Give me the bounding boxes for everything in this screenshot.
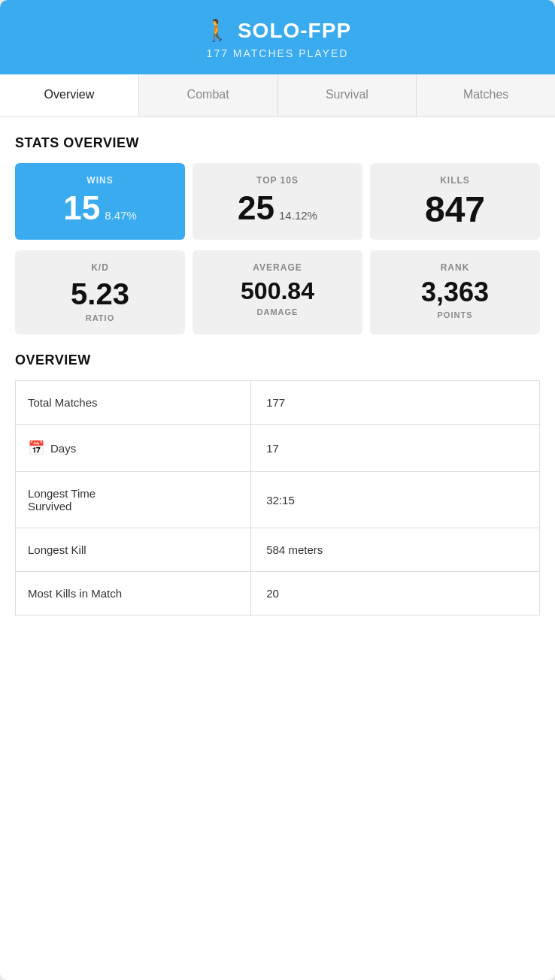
avg-damage-label: AVERAGE <box>203 262 352 273</box>
longest-time-label: Longest Time <box>28 487 96 500</box>
kd-value: 5.23 <box>71 279 129 309</box>
main-card: 🚶 SOLO-FPP 177 MATCHES PLAYED Overview C… <box>0 0 555 980</box>
table-row-days: 📅 Days 17 <box>16 425 539 472</box>
table-row-total-matches: Total Matches 177 <box>16 381 539 425</box>
rank-value: 3,363 <box>421 279 489 306</box>
wins-card: WINS 15 8.47% <box>15 163 185 240</box>
overview-section: OVERVIEW Total Matches 177 📅 Days 17 <box>15 352 540 616</box>
longest-time-value: 32:15 <box>251 472 539 528</box>
header: 🚶 SOLO-FPP 177 MATCHES PLAYED <box>0 0 555 74</box>
wins-pct: 8.47% <box>105 209 137 222</box>
calendar-icon: 📅 <box>28 440 44 456</box>
tab-survival[interactable]: Survival <box>278 74 417 116</box>
rank-card: RANK 3,363 POINTS <box>370 250 540 334</box>
kills-value: 847 <box>425 192 485 228</box>
game-mode-title: SOLO-FPP <box>238 19 351 43</box>
rank-value-row: 3,363 <box>381 279 529 306</box>
total-matches-value: 177 <box>251 381 539 424</box>
kd-value-row: 5.23 <box>26 279 174 309</box>
stats-grid-bottom: K/D 5.23 RATIO AVERAGE 500.84 DAMAGE RAN… <box>15 250 540 334</box>
tab-matches[interactable]: Matches <box>417 74 555 116</box>
kills-card: KILLS 847 <box>370 163 540 240</box>
kills-value-row: 847 <box>381 192 529 228</box>
top10s-card: TOP 10S 25 14.12% <box>193 163 362 240</box>
days-label: Days <box>50 442 76 455</box>
tab-combat[interactable]: Combat <box>139 74 278 116</box>
player-icon: 🚶 <box>204 18 230 43</box>
stats-overview-title: STATS OVERVIEW <box>15 135 540 151</box>
kills-label: KILLS <box>381 175 529 186</box>
longest-kill-key: Longest Kill <box>16 528 251 571</box>
tabs-container: Overview Combat Survival Matches <box>0 74 555 117</box>
rank-label: RANK <box>381 262 529 273</box>
avg-damage-value: 500.84 <box>241 279 314 303</box>
kd-sublabel: RATIO <box>26 313 174 322</box>
most-kills-key: Most Kills in Match <box>16 572 251 615</box>
wins-value-row: 15 8.47% <box>26 192 174 225</box>
top10s-pct: 14.12% <box>279 209 317 222</box>
longest-time-key: Longest Time Survived <box>16 472 251 528</box>
days-key: 📅 Days <box>16 425 251 471</box>
avg-damage-sublabel: DAMAGE <box>203 307 352 316</box>
wins-value: 15 <box>63 192 100 225</box>
longest-time-label2: Survived <box>28 500 71 513</box>
wins-label: WINS <box>26 175 174 186</box>
rank-sublabel: POINTS <box>381 310 529 319</box>
tab-overview[interactable]: Overview <box>0 74 139 116</box>
most-kills-value: 20 <box>251 572 539 615</box>
matches-played-subtitle: 177 MATCHES PLAYED <box>15 47 540 59</box>
total-matches-key: Total Matches <box>16 381 251 424</box>
overview-table: Total Matches 177 📅 Days 17 Longest Time… <box>15 380 540 616</box>
table-row-longest-kill: Longest Kill 584 meters <box>16 528 539 572</box>
table-row-most-kills: Most Kills in Match 20 <box>16 572 539 615</box>
main-content: STATS OVERVIEW WINS 15 8.47% TOP 10S 25 … <box>0 117 555 634</box>
top10s-value: 25 <box>238 192 274 225</box>
avg-damage-card: AVERAGE 500.84 DAMAGE <box>193 250 362 334</box>
kd-card: K/D 5.23 RATIO <box>15 250 185 334</box>
header-top: 🚶 SOLO-FPP <box>15 18 540 43</box>
top10s-label: TOP 10S <box>203 175 352 186</box>
longest-kill-value: 584 meters <box>251 528 539 571</box>
avg-damage-value-row: 500.84 <box>203 279 352 303</box>
days-value: 17 <box>251 425 539 471</box>
table-row-longest-time: Longest Time Survived 32:15 <box>16 472 539 528</box>
top10s-value-row: 25 14.12% <box>203 192 352 225</box>
kd-label: K/D <box>26 262 174 273</box>
stats-grid-top: WINS 15 8.47% TOP 10S 25 14.12% KILLS 84… <box>15 163 540 240</box>
overview-title: OVERVIEW <box>15 352 540 368</box>
